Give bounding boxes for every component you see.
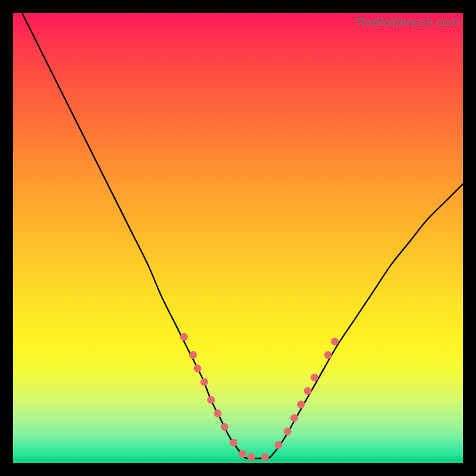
chart-svg bbox=[13, 13, 463, 463]
data-marker bbox=[324, 351, 332, 359]
data-marker bbox=[284, 428, 292, 436]
data-marker bbox=[180, 333, 188, 341]
data-marker bbox=[189, 351, 197, 359]
data-marker bbox=[230, 439, 237, 446]
bottleneck-curve bbox=[22, 13, 464, 459]
data-marker bbox=[297, 400, 305, 408]
data-marker bbox=[214, 409, 221, 417]
data-marker bbox=[207, 396, 215, 404]
chart-plot-area: TheBottleneck.com bbox=[13, 13, 463, 463]
data-marker bbox=[331, 337, 339, 345]
watermark-text: TheBottleneck.com bbox=[355, 15, 459, 29]
data-marker bbox=[304, 387, 312, 395]
marker-group bbox=[180, 333, 339, 461]
data-marker bbox=[248, 453, 255, 461]
data-marker bbox=[311, 374, 318, 381]
data-marker bbox=[290, 414, 298, 422]
chart-frame: TheBottleneck.com bbox=[0, 0, 476, 476]
data-marker bbox=[239, 450, 246, 458]
data-marker bbox=[275, 441, 283, 449]
curve-group bbox=[22, 13, 464, 459]
data-marker bbox=[221, 423, 228, 431]
data-marker bbox=[193, 365, 201, 372]
data-marker bbox=[261, 453, 269, 461]
data-marker bbox=[201, 378, 208, 386]
